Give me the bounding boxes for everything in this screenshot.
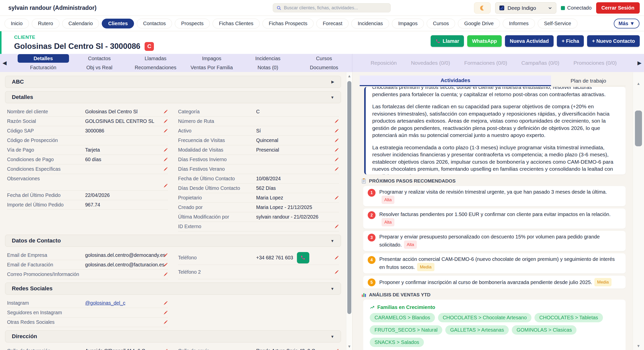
family-chip-snacks-salados[interactable]: SNACKS > Salados [370, 338, 424, 347]
address-fields: Calle de facturaciónAvenida O'Donnell 11… [5, 346, 341, 350]
subnav-scroll-left-icon[interactable]: ◀ [0, 54, 9, 72]
edit-icon[interactable] [163, 301, 168, 305]
scrollbar-thumb[interactable] [347, 81, 351, 314]
scroll-down-icon[interactable]: ▼ [633, 344, 644, 348]
subtab-cursos[interactable]: Cursos [316, 56, 332, 61]
nav-item-self-service[interactable]: Self-Service [538, 19, 578, 28]
family-chip-galletas-artesanas[interactable]: GALLETAS > Artesanas [445, 325, 509, 335]
subtab-ventas-por-familia[interactable]: Ventas Por Familia [191, 65, 233, 71]
family-chip-frutos-secos-natural[interactable]: FRUTOS_SECOS > Natural [370, 325, 442, 335]
new-contact-button[interactable]: + Nuevo Contacto [587, 35, 640, 47]
subtab-obj-vs-real[interactable]: Obj vs Real [86, 65, 112, 71]
edit-icon[interactable] [163, 320, 168, 325]
section-social[interactable]: Redes Sociales ▼ [5, 283, 341, 295]
subtab-detalles[interactable]: Detalles [18, 54, 69, 63]
section-address[interactable]: Dirección ▼ [5, 330, 341, 342]
nav-item-contactos[interactable]: Contactos [137, 19, 172, 28]
edit-icon[interactable] [334, 138, 339, 143]
family-chip-chocolates-chocolate-artesano[interactable]: CHOCOLATES > Chocolate Artesano [438, 313, 532, 322]
global-search[interactable] [273, 3, 391, 12]
instagram-link[interactable]: @golosinas_del_c [85, 300, 125, 306]
left-panel-scrollbar[interactable]: ▲ ▼ [346, 72, 353, 350]
family-chip-caramelos-blandos[interactable]: CARAMELOS > Blandos [370, 313, 435, 322]
nav-item-prospects[interactable]: Prospects [175, 19, 210, 28]
edit-icon[interactable] [334, 128, 339, 133]
new-sheet-button[interactable]: + Ficha [557, 35, 584, 47]
field-label: Nombre del cliente [7, 109, 83, 115]
edit-icon[interactable] [334, 119, 339, 124]
field-row-otras-redes-sociales: Otras Redes Sociales [7, 318, 168, 327]
nav-item-rutero[interactable]: Rutero [32, 19, 59, 28]
nav-item-clientes[interactable]: Clientes [102, 19, 134, 28]
call-button-label: Llamar [443, 38, 459, 44]
edit-icon[interactable] [163, 348, 168, 350]
edit-icon[interactable] [163, 183, 168, 188]
dark-mode-toggle[interactable] [474, 2, 491, 14]
edit-icon[interactable] [334, 270, 339, 274]
search-input[interactable] [284, 5, 387, 11]
section-details[interactable]: Detalles ▼ [5, 91, 341, 103]
edit-icon[interactable] [163, 253, 168, 258]
edit-icon[interactable] [163, 119, 168, 124]
nav-item-forecast[interactable]: Forecast [316, 19, 349, 28]
right-panel-scrollbar[interactable]: ▲ ▼ [633, 72, 644, 350]
new-activity-button[interactable]: Nueva Actividad [505, 35, 554, 47]
subtab-facturaci-n[interactable]: Facturación [30, 65, 56, 71]
subtab-recomendaciones[interactable]: Recomendaciones [135, 65, 177, 71]
edit-icon[interactable] [163, 128, 168, 133]
nav-more-button[interactable]: Más ▼ [614, 19, 639, 28]
edit-icon[interactable] [334, 255, 339, 260]
edit-icon[interactable] [163, 148, 168, 152]
subtab-documentos[interactable]: Documentos [310, 65, 338, 71]
scrollbar-thumb[interactable] [635, 111, 642, 146]
ytd-card: Familias en Crecimiento CARAMELOS > Blan… [363, 300, 626, 350]
subtab-impagos[interactable]: Impagos [202, 56, 221, 61]
family-chip-gominolas-clasicas[interactable]: GOMINOLAS > Clasicas [512, 325, 577, 335]
logout-button[interactable]: Cerrar Sesión [596, 2, 640, 14]
edit-icon[interactable] [334, 195, 339, 200]
subtab-incidencias[interactable]: Incidencias [255, 56, 280, 61]
edit-icon[interactable] [334, 348, 339, 350]
section-abc[interactable]: ABC ▶ [5, 76, 341, 88]
subnav-scroll-right-icon[interactable]: ▶ [635, 54, 644, 72]
edit-icon[interactable] [163, 157, 168, 162]
nav-item-fichas-prospects[interactable]: Fichas Prospects [262, 19, 314, 28]
field-value: 60 días [85, 157, 161, 162]
tab-actividades[interactable]: Actividades [360, 76, 551, 86]
scroll-up-icon[interactable]: ▲ [346, 74, 352, 78]
nav-item-fichas-clientes[interactable]: Fichas Clientes [213, 19, 260, 28]
nav-item-inicio[interactable]: Inicio [5, 19, 29, 28]
edit-icon[interactable] [163, 262, 168, 267]
section-contact[interactable]: Datos de Contacto ▼ [5, 235, 341, 247]
subtab-notas-0[interactable]: Notas (0) [257, 65, 278, 71]
nav-item-calendario[interactable]: Calendario [62, 19, 99, 28]
tab-plan-de-trabajo[interactable]: Plan de trabajo [551, 76, 626, 86]
nav-item-cursos[interactable]: Cursos [427, 19, 455, 28]
edit-icon[interactable] [163, 310, 168, 315]
family-chip-chocolates-tabletas[interactable]: CHOCOLATES > Tabletas [534, 313, 603, 322]
field-value: 3000086 [85, 128, 161, 134]
scroll-up-icon[interactable]: ▲ [633, 81, 644, 86]
scroll-down-icon[interactable]: ▼ [346, 344, 352, 348]
nav-item-informes[interactable]: Informes [503, 19, 535, 28]
theme-select[interactable]: Deep Indigo [495, 2, 556, 14]
edit-icon[interactable] [334, 224, 339, 229]
edit-icon[interactable] [163, 109, 168, 114]
edit-icon[interactable] [163, 167, 168, 171]
nav-item-impagos[interactable]: Impagos [392, 19, 424, 28]
edit-icon[interactable] [334, 167, 339, 171]
next-steps-title: PRÓXIMOS PASOS RECOMENDADOS [369, 178, 456, 184]
field-row-v-a-de-pago: Vía de PagoTarjeta [7, 145, 168, 155]
priority-badge: Alta [382, 196, 394, 204]
edit-icon[interactable] [163, 272, 168, 277]
call-phone-button[interactable] [297, 252, 309, 263]
activity-summary-box[interactable]: chocolates premium y frutos secos, donde… [364, 87, 626, 174]
call-button[interactable]: Llamar [431, 35, 464, 47]
edit-icon[interactable] [334, 157, 339, 162]
nav-item-incidencias[interactable]: Incidencias [351, 19, 389, 28]
nav-item-google-drive[interactable]: Google Drive [458, 19, 500, 28]
subtab-contactos[interactable]: Contactos [88, 56, 111, 61]
whatsapp-button[interactable]: WhatsApp [467, 35, 502, 47]
edit-icon[interactable] [334, 148, 339, 152]
subtab-llamadas[interactable]: Llamadas [145, 56, 166, 61]
